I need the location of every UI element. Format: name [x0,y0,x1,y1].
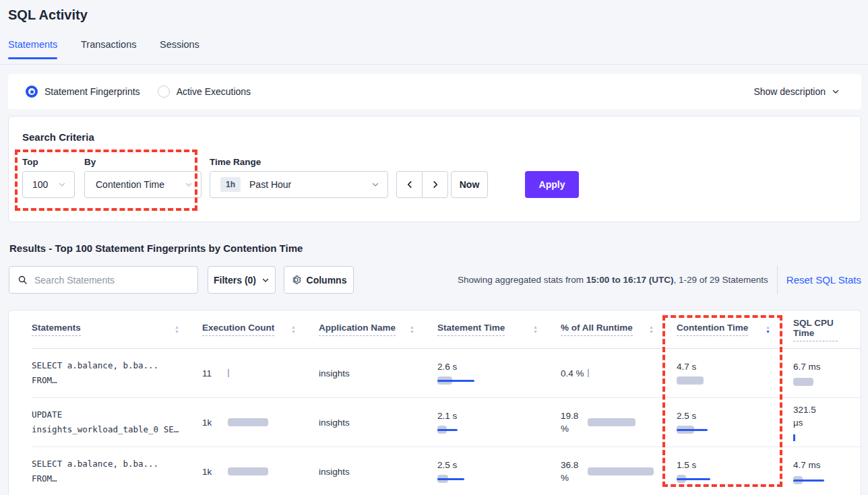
time-range-stepper [396,171,448,198]
time-range-label: Time Range [210,157,261,167]
sort-icon: ▲▼ [175,325,179,334]
execution-count-bar [228,418,295,426]
application-name-cell: insights [319,418,437,428]
top-select-value: 100 [32,179,48,190]
reset-sql-stats-link[interactable]: Reset SQL Stats [786,274,861,286]
tab-statements[interactable]: Statements [8,39,57,59]
top-label: Top [22,157,38,167]
radio-label: Statement Fingerprints [44,86,140,97]
chevron-down-icon [261,276,270,284]
sql-cpu-time-bar [793,434,861,442]
columns-label: Columns [307,275,347,286]
statement-search-box [9,266,198,294]
execution-count-cell: 1k [202,418,319,428]
by-select[interactable]: Contention Time [84,171,202,198]
runtime-pct-cell: 0.4 % [561,367,677,380]
column-header-statement-time[interactable]: Statement Time ▲▼ [437,323,561,336]
chevron-down-icon [185,180,193,189]
chevron-down-icon [371,180,379,189]
apply-button[interactable]: Apply [525,171,579,198]
statement-fingerprint[interactable]: SELECT a.balance, b.ba...FROM… [32,457,202,486]
column-header-statements[interactable]: Statements ▲▼ [32,323,202,336]
runtime-pct-cell: 19.8 % [561,409,677,435]
column-header-runtime-pct[interactable]: % of All Runtime ▲▼ [561,323,677,336]
runtime-pct-cell: 36.8 % [561,459,677,484]
time-range-badge: 1h [220,177,241,192]
tab-sessions[interactable]: Sessions [160,39,199,59]
top-select[interactable]: 100 [22,171,75,198]
chevron-left-icon [405,180,414,189]
sort-icon: ▲▼ [533,325,538,334]
table-header-row: Statements ▲▼ Execution Count ▲▼ Applica… [32,310,861,349]
sort-icon: ▲▼ [410,325,414,334]
statement-time-cell: 2.5 s [437,460,561,483]
results-heading: Results - Top 100 Statement Fingerprints… [9,242,303,254]
search-icon [18,275,28,285]
search-criteria-card: Search Criteria Top 100 By Contention Ti… [8,116,861,222]
gear-icon [291,275,301,285]
time-range-value: Past Hour [249,179,291,190]
next-range-button[interactable] [423,172,447,197]
tab-transactions[interactable]: Transactions [81,39,136,59]
show-description-toggle[interactable]: Show description [753,74,840,109]
results-meta: Showing aggregated stats from 15:00 to 1… [458,265,861,294]
table-row[interactable]: SELECT a.balance, b.ba...FROM… 1k insigh… [32,447,861,495]
search-statements-input[interactable] [34,275,183,286]
table-row[interactable]: SELECT a.balance, b.ba...FROM… 11 insigh… [32,349,861,398]
by-select-value: Contention Time [96,179,164,190]
column-header-application-name[interactable]: Application Name ▲▼ [319,323,437,336]
show-description-label: Show description [753,86,826,97]
radio-statement-fingerprints[interactable]: Statement Fingerprints [26,86,140,98]
execution-count-cell: 11 [202,368,319,378]
statement-time-bar [437,475,505,483]
application-name-cell: insights [319,467,437,477]
time-range-select[interactable]: 1h Past Hour [210,171,388,198]
radio-active-executions[interactable]: Active Executions [158,86,251,98]
aggregated-stats-text: Showing aggregated stats from 15:00 to 1… [458,275,768,285]
radio-selected-icon [26,86,38,98]
columns-button[interactable]: Columns [284,266,354,294]
sql-cpu-time-cell: 321.5 µs [793,403,861,442]
chevron-right-icon [431,180,440,189]
contention-time-cell: 4.7 s [677,362,793,385]
stats-time-range: 15:00 to 16:17 (UTC) [586,275,674,285]
contention-time-bar [677,426,744,434]
filters-button[interactable]: Filters (0) [208,266,276,294]
radio-group: Statement Fingerprints Active Executions [26,86,251,98]
statement-fingerprint[interactable]: UPDATEinsights_workload_table_0 SE… [32,407,202,437]
execution-count-bar [228,467,295,475]
column-header-sql-cpu-time[interactable]: SQL CPU Time [793,318,861,341]
sql-cpu-time-bar [793,476,861,484]
sql-cpu-time-cell: 4.7 ms [793,459,861,484]
execution-count-cell: 1k [202,467,319,477]
divider [777,265,778,294]
sort-icon: ▲▼ [291,325,296,334]
column-header-execution-count[interactable]: Execution Count ▲▼ [202,323,319,336]
chevron-down-icon [58,180,66,189]
tab-bar: Statements Transactions Sessions [0,39,868,65]
sort-desc-icon: ▲▼ [766,325,770,334]
contention-time-bar [677,475,744,483]
contention-time-bar [677,376,744,385]
statement-time-bar [437,376,505,385]
statement-time-bar [437,426,505,434]
contention-time-cell: 1.5 s [677,460,793,483]
sql-cpu-time-cell: 6.7 ms [793,360,861,386]
view-toggle-bar: Statement Fingerprints Active Executions… [8,74,861,109]
runtime-pct-bar [588,467,655,475]
now-button[interactable]: Now [451,171,488,198]
previous-range-button[interactable] [397,172,423,197]
chevron-down-icon [832,88,840,96]
statement-time-cell: 2.1 s [437,411,561,434]
radio-label: Active Executions [177,86,251,97]
table-row[interactable]: UPDATEinsights_workload_table_0 SE… 1k i… [32,398,861,447]
contention-time-cell: 2.5 s [677,411,793,434]
sql-cpu-time-bar [793,378,861,386]
search-criteria-heading: Search Criteria [22,131,94,143]
statements-table: Statements ▲▼ Execution Count ▲▼ Applica… [8,310,861,495]
statement-fingerprint[interactable]: SELECT a.balance, b.ba...FROM… [32,358,202,388]
execution-count-bar [228,369,295,377]
sort-icon: ▲▼ [649,325,654,334]
filters-label: Filters (0) [214,275,256,286]
column-header-contention-time[interactable]: Contention Time ▲▼ [677,323,793,336]
